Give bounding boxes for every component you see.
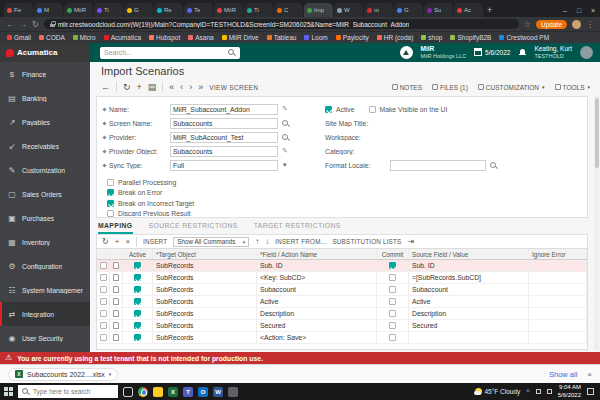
browser-tab[interactable]: Te (184, 3, 213, 17)
vertical-scrollbar[interactable] (594, 96, 599, 350)
bookmark-item[interactable]: MiiR Drive (222, 34, 259, 41)
sidebar-item[interactable]: ◉ User Security (0, 326, 90, 350)
table-row[interactable]: SubRecords <Action: Save> (97, 332, 587, 344)
ignore-error-cell[interactable] (529, 260, 587, 271)
start-button-icon[interactable] (4, 387, 13, 396)
file-explorer-icon[interactable] (153, 387, 163, 397)
table-row[interactable]: SubRecords <Key: SubCD> =[SubRecords.Sub… (97, 272, 587, 284)
sidebar-item[interactable]: ↗ Payables (0, 110, 90, 134)
sidebar-item[interactable]: ☷ System Management (0, 278, 90, 302)
browser-tab[interactable]: MiiR (214, 3, 243, 17)
target-object-cell[interactable]: SubRecords (153, 272, 257, 283)
ignore-error-cell[interactable] (529, 320, 587, 331)
form-checkbox[interactable] (369, 106, 376, 113)
field-action-icon[interactable] (281, 147, 290, 156)
delete-row-icon[interactable]: × (125, 237, 130, 246)
column-header-ignore-error[interactable]: Ignore Error (529, 249, 587, 259)
commit-checkbox[interactable] (389, 286, 396, 293)
sidebar-item[interactable]: ▦ Inventory (0, 230, 90, 254)
browser-tab[interactable]: Re (154, 3, 183, 17)
ignore-error-cell[interactable] (529, 272, 587, 283)
url-box[interactable]: miir.crestwoodcloud.com/(W(19))/Main?Com… (44, 19, 519, 29)
field-action-name-cell[interactable]: Sub. ID (257, 260, 377, 271)
show-all-downloads-button[interactable]: Show all (549, 370, 577, 379)
commit-checkbox[interactable] (389, 310, 396, 317)
note-icon[interactable] (113, 310, 119, 317)
taskbar-clock[interactable]: 9:04 AM 5/6/2022 (558, 384, 581, 399)
note-icon[interactable] (113, 262, 119, 269)
add-new-icon[interactable]: + (137, 82, 142, 92)
field-input[interactable]: Subaccounts (170, 118, 278, 129)
source-field-value-cell[interactable]: =[SubRecords.SubCD] (409, 272, 529, 283)
acumatica-brand[interactable]: Acumatica (0, 43, 90, 62)
sidebar-item[interactable]: ▤ Banking (0, 86, 90, 110)
field-action-name-cell[interactable]: Subaccount (257, 284, 377, 295)
note-icon[interactable] (113, 334, 119, 341)
substitution-lists-button[interactable]: SUBSTITUTION LISTS (332, 238, 401, 245)
table-row[interactable]: SubRecords Description Description (97, 308, 587, 320)
form-checkbox[interactable] (107, 200, 114, 207)
weather-widget[interactable]: 45°F Cloudy (475, 388, 521, 395)
insert-from-button[interactable]: INSERT FROM... (275, 238, 326, 245)
commands-dropdown[interactable]: Show All Commands ▾ (173, 237, 249, 247)
row-select-checkbox[interactable] (100, 274, 107, 281)
bookmark-item[interactable]: Paylocity (336, 34, 369, 41)
bookmark-item[interactable]: Tableau (267, 34, 297, 41)
excel-icon[interactable]: X (168, 387, 178, 397)
next-record-icon[interactable]: › (189, 82, 192, 92)
browser-tab[interactable]: Ti (94, 3, 123, 17)
commit-checkbox[interactable] (389, 322, 396, 329)
browser-tab[interactable]: Ti (244, 3, 273, 17)
source-field-value-cell[interactable]: Subaccount (409, 284, 529, 295)
clipboard-icon[interactable]: ▤ (148, 82, 157, 92)
row-select-checkbox[interactable] (100, 322, 107, 329)
tab-item[interactable]: MAPPING (98, 220, 133, 234)
field-action-icon[interactable] (489, 119, 498, 128)
insert-button[interactable]: INSERT (143, 238, 167, 245)
active-checkbox[interactable] (134, 310, 141, 317)
active-checkbox[interactable] (134, 262, 141, 269)
note-icon[interactable] (113, 322, 119, 329)
commit-checkbox[interactable] (389, 298, 396, 305)
chevron-down-icon[interactable]: ▾ (109, 371, 112, 377)
close-download-bar-icon[interactable]: × (587, 370, 592, 379)
commit-checkbox[interactable] (389, 274, 396, 281)
target-object-cell[interactable]: SubRecords (153, 260, 257, 271)
tab-item[interactable]: TARGET RESTRICTIONS (254, 220, 341, 234)
field-action-name-cell[interactable]: Description (257, 308, 377, 319)
field-input[interactable] (390, 132, 486, 143)
tray-icon[interactable] (547, 389, 552, 394)
teams-icon[interactable]: T (183, 387, 193, 397)
column-header-target-object[interactable]: *Target Object (153, 249, 257, 259)
table-row[interactable]: SubRecords Secured Secured (97, 320, 587, 332)
field-input[interactable] (390, 118, 486, 129)
field-action-name-cell[interactable]: Active (257, 296, 377, 307)
field-input[interactable]: MiiR_SubAccount_Test (170, 132, 278, 143)
source-field-value-cell[interactable]: Sub. ID (409, 260, 529, 271)
browser-tab[interactable]: G (394, 3, 423, 17)
field-input[interactable]: Full (170, 160, 278, 171)
tray-expand-icon[interactable]: ^ (526, 388, 529, 395)
browser-profile-avatar[interactable] (572, 20, 581, 29)
source-field-value-cell[interactable]: Active (409, 296, 529, 307)
target-object-cell[interactable]: SubRecords (153, 320, 257, 331)
target-object-cell[interactable]: SubRecords (153, 332, 257, 343)
chrome-icon[interactable] (138, 387, 148, 397)
sidebar-item[interactable]: $ Finance (0, 62, 90, 86)
bookmark-item[interactable]: Loom (304, 34, 327, 41)
field-input[interactable] (390, 160, 486, 171)
global-search-input[interactable]: Search... (100, 47, 240, 59)
column-header-commit[interactable]: Commit (377, 249, 409, 259)
tab-item[interactable]: SOURCE RESTRICTIONS (149, 220, 238, 234)
source-field-value-cell[interactable] (409, 332, 529, 343)
sidebar-item[interactable]: ▢ Sales Orders (0, 182, 90, 206)
header-action-button[interactable]: TOOLS (555, 84, 590, 91)
back-arrow-icon[interactable]: ← (101, 82, 110, 92)
form-checkbox[interactable] (107, 179, 114, 186)
note-icon[interactable] (113, 274, 119, 281)
field-action-icon[interactable] (281, 105, 290, 114)
header-action-button[interactable]: CUSTOMIZATION (478, 84, 545, 91)
move-down-icon[interactable]: ↓ (265, 237, 269, 246)
browser-tab[interactable]: Imp (304, 3, 333, 17)
previous-record-icon[interactable]: ‹ (180, 82, 183, 92)
